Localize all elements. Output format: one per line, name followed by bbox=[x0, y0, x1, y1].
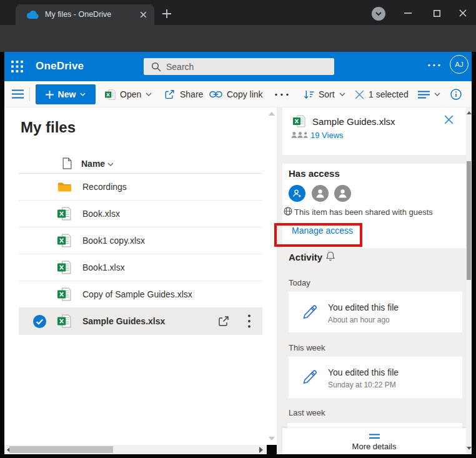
new-tab-icon[interactable] bbox=[160, 7, 174, 21]
window-maximize-button[interactable] bbox=[429, 6, 445, 20]
tab-close-icon[interactable] bbox=[138, 9, 149, 20]
avatar-initials: AJ bbox=[455, 61, 463, 68]
excel-file-icon bbox=[293, 115, 305, 127]
activity-action: You edited this file bbox=[328, 302, 399, 312]
hamburger-menu-icon[interactable] bbox=[12, 89, 24, 99]
file-name: Recordings bbox=[82, 182, 127, 192]
chevron-down-icon bbox=[375, 12, 382, 16]
window-frame bbox=[472, 52, 476, 458]
edit-pencil-icon bbox=[301, 367, 318, 386]
chevron-down-icon bbox=[339, 92, 345, 96]
row-more-icon[interactable] bbox=[245, 314, 254, 328]
file-row-copy-of-sample-guides[interactable]: Copy of Sample Guides.xlsx bbox=[19, 281, 262, 308]
open-label: Open bbox=[120, 89, 141, 99]
annotation-highlight-box bbox=[274, 223, 362, 247]
person-add-avatar[interactable] bbox=[289, 185, 305, 202]
file-name: Book1.xlsx bbox=[82, 262, 125, 272]
header-more-icon[interactable] bbox=[428, 64, 440, 67]
person-avatar[interactable] bbox=[334, 185, 351, 202]
window-minimize-button[interactable] bbox=[400, 6, 416, 20]
minimize-icon bbox=[404, 12, 412, 14]
app-name[interactable]: OneDrive bbox=[36, 60, 84, 72]
scroll-down-icon[interactable] bbox=[269, 437, 275, 441]
sort-icon bbox=[304, 90, 314, 99]
browser-tab[interactable]: My files - OneDrive bbox=[16, 4, 154, 25]
file-row-sample-guides[interactable]: Sample Guides.xlsx bbox=[19, 308, 262, 335]
details-panel-scrollbar[interactable] bbox=[466, 107, 472, 454]
tab-search-button[interactable] bbox=[372, 7, 385, 21]
activity-time: About an hour ago bbox=[328, 316, 390, 324]
scroll-up-icon[interactable] bbox=[269, 112, 275, 116]
command-toolbar: New Open Share Copy link Sort 1 selected bbox=[4, 81, 472, 107]
activity-group-label: This week bbox=[289, 343, 325, 352]
folder-icon bbox=[57, 180, 71, 194]
row-share-icon[interactable] bbox=[217, 315, 230, 327]
excel-file-icon bbox=[57, 261, 71, 274]
tab-title: My files - OneDrive bbox=[45, 10, 111, 19]
clear-x-icon bbox=[355, 90, 364, 99]
new-button[interactable]: New bbox=[36, 84, 96, 104]
search-input[interactable] bbox=[166, 58, 329, 75]
window-frame bbox=[0, 52, 4, 458]
details-file-name: Sample Guides.xlsx bbox=[312, 116, 395, 127]
panel-scroll-thumb[interactable] bbox=[467, 161, 471, 280]
name-column-header[interactable]: Name bbox=[81, 159, 105, 169]
file-row-recordings[interactable]: Recordings bbox=[19, 174, 262, 201]
details-file-card: Sample Guides.xlsx 19 Views bbox=[282, 107, 466, 155]
scroll-up-icon[interactable] bbox=[467, 111, 472, 114]
file-row-book1[interactable]: Book1.xlsx bbox=[19, 254, 262, 281]
file-row-book[interactable]: Book.xlsx bbox=[19, 201, 262, 227]
view-options-button[interactable] bbox=[418, 81, 440, 107]
page-title: My files bbox=[21, 119, 76, 136]
horizontal-scroll-thumb[interactable] bbox=[9, 446, 113, 453]
app-launcher-waffle-icon[interactable] bbox=[11, 61, 23, 72]
file-list-region: My files Name Recordings Book.xlsx Book1… bbox=[4, 107, 267, 445]
toolbar-more-icon[interactable] bbox=[275, 93, 289, 96]
clear-selection-button[interactable]: 1 selected bbox=[355, 81, 409, 107]
activity-group-label: Today bbox=[289, 278, 310, 287]
selected-check-icon[interactable] bbox=[33, 315, 46, 328]
account-avatar[interactable]: AJ bbox=[450, 55, 469, 74]
person-icon bbox=[315, 188, 325, 199]
activity-time: Sunday at 10:22 PM bbox=[328, 381, 396, 389]
close-panel-icon[interactable] bbox=[444, 114, 454, 125]
link-icon bbox=[209, 91, 222, 98]
file-name: Book1 copy.xlsx bbox=[82, 236, 145, 246]
activity-title: Activity bbox=[289, 252, 322, 262]
copy-link-button[interactable]: Copy link bbox=[209, 81, 263, 107]
chevron-down-icon bbox=[107, 162, 114, 166]
activity-card[interactable]: You edited this file Sunday at 10:22 PM bbox=[289, 357, 462, 398]
close-icon bbox=[459, 9, 467, 17]
open-button[interactable]: Open bbox=[105, 81, 152, 107]
chevron-down-icon bbox=[146, 92, 152, 96]
chevron-down-icon bbox=[80, 92, 86, 96]
has-access-title: Has access bbox=[289, 168, 340, 179]
onedrive-suite-header: OneDrive AJ bbox=[4, 52, 472, 81]
plus-icon bbox=[46, 91, 54, 99]
activity-action: You edited this file bbox=[328, 367, 399, 377]
horizontal-scrollbar[interactable] bbox=[4, 445, 267, 454]
file-name: Copy of Sample Guides.xlsx bbox=[82, 289, 192, 299]
file-row-book1-copy[interactable]: Book1 copy.xlsx bbox=[19, 227, 262, 254]
views-count-link[interactable]: 19 Views bbox=[310, 131, 344, 140]
scroll-right-icon[interactable] bbox=[259, 447, 263, 453]
person-avatar[interactable] bbox=[312, 185, 329, 202]
info-icon[interactable] bbox=[450, 89, 462, 100]
more-details-label: More details bbox=[282, 442, 466, 451]
edit-pencil-icon bbox=[301, 302, 318, 321]
activity-card[interactable]: You edited this file About an hour ago bbox=[289, 292, 462, 332]
activity-group-label: Last week bbox=[289, 408, 325, 417]
globe-icon bbox=[284, 207, 292, 216]
search-box[interactable] bbox=[144, 58, 334, 75]
sort-button[interactable]: Sort bbox=[304, 81, 345, 107]
browser-address-bar: alphrtechservices-my.sharepoint.com/pers… bbox=[0, 25, 476, 52]
share-button[interactable]: Share bbox=[164, 81, 203, 107]
more-details-button[interactable]: More details bbox=[282, 428, 466, 454]
file-name: Sample Guides.xlsx bbox=[82, 316, 165, 326]
file-list-scrollbar[interactable] bbox=[267, 107, 277, 445]
search-icon bbox=[151, 62, 161, 72]
scroll-down-icon[interactable] bbox=[467, 447, 472, 450]
window-close-button[interactable] bbox=[455, 6, 471, 20]
sort-label: Sort bbox=[319, 89, 335, 99]
excel-file-icon bbox=[57, 207, 71, 221]
